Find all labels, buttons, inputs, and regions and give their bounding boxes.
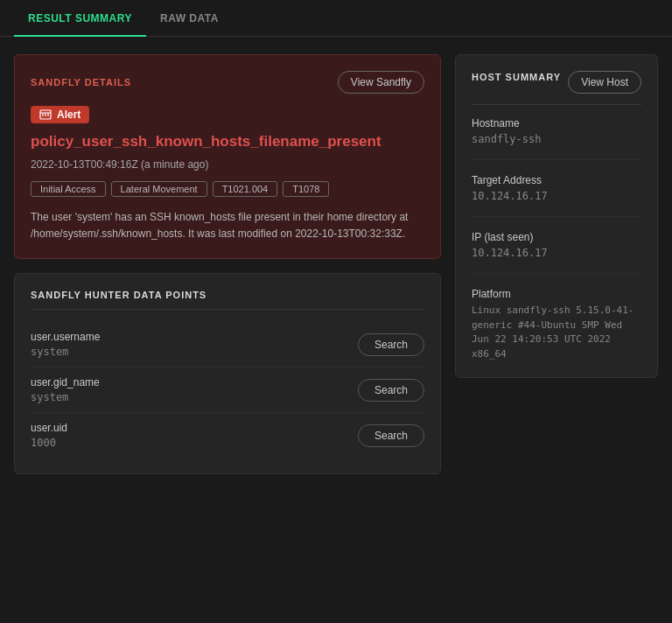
search-button-1[interactable]: Search [358, 379, 424, 402]
sandfly-description: The user 'system' has an SSH known_hosts… [31, 209, 424, 242]
tag-t1021: T1021.004 [213, 181, 278, 197]
tab-result-summary[interactable]: RESULT SUMMARY [14, 0, 146, 37]
data-value-0: system [31, 346, 100, 358]
host-header: HOST SUMMARY View Host [472, 71, 641, 105]
host-value-platform: Linux sandfly-ssh 5.15.0-41-generic #44-… [472, 304, 641, 361]
right-panel: HOST SUMMARY View Host Hostname sandfly-… [455, 54, 658, 474]
data-label-2: user.uid [31, 422, 67, 434]
tab-bar: RESULT SUMMARY RAW DATA [0, 0, 672, 37]
data-points-section: SANDFLY HUNTER DATA POINTS user.username… [14, 273, 441, 474]
data-field-1: user.gid_name system [31, 376, 100, 403]
host-label-ip: IP (last seen) [472, 231, 641, 243]
host-value-hostname: sandfly-ssh [472, 133, 641, 145]
host-value-ip: 10.124.16.17 [472, 247, 641, 259]
sandfly-details-title: SANDFLY DETAILS [31, 77, 131, 88]
host-label-platform: Platform [472, 288, 641, 300]
sandfly-timestamp: 2022-10-13T00:49:16Z (a minute ago) [31, 158, 424, 171]
data-field-2: user.uid 1000 [31, 422, 67, 449]
host-summary-title: HOST SUMMARY [472, 72, 561, 82]
host-label-hostname: Hostname [472, 117, 641, 130]
left-panel: SANDFLY DETAILS View Sandfly Alert polic… [14, 54, 441, 474]
tag-t1078: T1078 [283, 181, 329, 197]
tags-container: Initial Access Lateral Movement T1021.00… [31, 181, 424, 197]
data-value-2: 1000 [31, 437, 67, 449]
data-row-0: user.username system Search [31, 322, 424, 368]
host-summary-card: HOST SUMMARY View Host Hostname sandfly-… [455, 54, 658, 378]
alert-badge-text: Alert [57, 108, 80, 121]
data-label-1: user.gid_name [31, 376, 100, 388]
search-button-0[interactable]: Search [358, 333, 424, 356]
sandfly-name: policy_user_ssh_known_hosts_filename_pre… [31, 132, 424, 151]
search-button-2[interactable]: Search [358, 424, 424, 447]
host-value-target: 10.124.16.17 [472, 190, 641, 202]
host-field-hostname: Hostname sandfly-ssh [472, 117, 641, 160]
data-row-1: user.gid_name system Search [31, 368, 424, 413]
sandfly-details-card: SANDFLY DETAILS View Sandfly Alert polic… [14, 54, 441, 259]
view-host-button[interactable]: View Host [568, 71, 641, 94]
host-field-platform: Platform Linux sandfly-ssh 5.15.0-41-gen… [472, 288, 641, 361]
host-field-target: Target Address 10.124.16.17 [472, 174, 641, 217]
data-row-2: user.uid 1000 Search [31, 413, 424, 458]
tab-raw-data[interactable]: RAW DATA [146, 0, 233, 37]
host-label-target: Target Address [472, 174, 641, 186]
data-points-title: SANDFLY HUNTER DATA POINTS [31, 290, 424, 310]
alert-icon [39, 108, 52, 121]
host-field-ip: IP (last seen) 10.124.16.17 [472, 231, 641, 274]
data-label-0: user.username [31, 331, 100, 343]
data-value-1: system [31, 391, 100, 403]
tag-lateral-movement: Lateral Movement [111, 181, 207, 197]
tag-initial-access: Initial Access [31, 181, 106, 197]
main-content: SANDFLY DETAILS View Sandfly Alert polic… [0, 37, 672, 492]
alert-badge: Alert [31, 106, 89, 123]
view-sandfly-button[interactable]: View Sandfly [338, 71, 424, 94]
data-field-0: user.username system [31, 331, 100, 358]
card-header: SANDFLY DETAILS View Sandfly [31, 71, 424, 94]
